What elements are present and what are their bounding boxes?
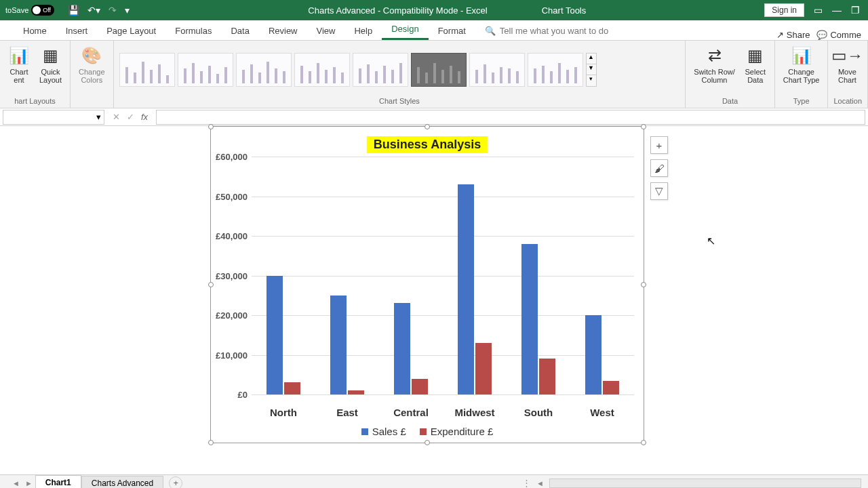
undo-icon[interactable]: ↶▾ xyxy=(87,5,100,16)
bar-group[interactable] xyxy=(507,157,570,394)
plot-area[interactable]: £0£10,000£20,000£30,000£40,000£50,000£60… xyxy=(252,157,634,395)
add-chart-element-button[interactable]: 📊 Chart ent xyxy=(5,43,33,85)
restore-icon[interactable]: ❐ xyxy=(851,5,860,16)
signin-button[interactable]: Sign in xyxy=(764,3,804,17)
bar-sales[interactable] xyxy=(521,244,538,394)
tab-data[interactable]: Data xyxy=(221,22,258,40)
fx-icon[interactable]: fx xyxy=(141,112,148,122)
resize-handle[interactable] xyxy=(425,124,430,129)
scroll-down-icon[interactable]: ▼ xyxy=(587,64,596,75)
style-scroll[interactable]: ▲ ▼ ▾ xyxy=(586,53,597,87)
bar-expenditure[interactable] xyxy=(412,379,428,394)
chart-style-gallery[interactable]: ▲ ▼ ▾ xyxy=(119,53,597,87)
resize-handle[interactable] xyxy=(208,124,214,129)
chart-object[interactable]: + 🖌 ▽ Business Analysis £0£10,000£20,000… xyxy=(210,126,644,443)
bar-expenditure[interactable] xyxy=(284,382,300,394)
bar-expenditure[interactable] xyxy=(539,359,555,394)
chart-style-2[interactable] xyxy=(178,53,233,87)
resize-handle[interactable] xyxy=(641,282,646,287)
chart-styles-button[interactable]: 🖌 xyxy=(650,159,668,177)
resize-handle[interactable] xyxy=(641,440,646,445)
add-sheet-button[interactable]: + xyxy=(169,476,182,489)
chart-title[interactable]: Business Analysis xyxy=(367,136,488,153)
chart-filters-button[interactable]: ▽ xyxy=(650,182,668,200)
bar-sales[interactable] xyxy=(330,296,347,394)
tab-home[interactable]: Home xyxy=(14,22,56,40)
bar-sales[interactable] xyxy=(585,315,601,394)
x-tick-label: East xyxy=(315,407,379,418)
scroll-more-icon[interactable]: ▾ xyxy=(587,75,596,86)
bar-expenditure[interactable] xyxy=(603,381,619,394)
hscroll-track[interactable] xyxy=(549,479,861,488)
tab-format[interactable]: Format xyxy=(429,22,475,40)
resize-handle[interactable] xyxy=(208,440,214,445)
ribbon-display-icon[interactable]: ▭ xyxy=(814,5,823,16)
document-title: Charts Advanced - Compatibility Mode - E… xyxy=(308,5,487,16)
tab-view[interactable]: View xyxy=(307,22,345,40)
chart-layouts-label: hart Layouts xyxy=(5,96,64,105)
share-button[interactable]: ↗Share xyxy=(776,30,810,40)
chart-style-5[interactable] xyxy=(353,53,408,87)
y-tick-label: £10,000 xyxy=(216,350,248,360)
tab-help[interactable]: Help xyxy=(344,22,382,40)
legend-expenditure[interactable]: Expenditure £ xyxy=(420,426,494,437)
resize-handle[interactable] xyxy=(641,124,646,129)
tab-formulas[interactable]: Formulas xyxy=(165,22,221,40)
move-chart-button[interactable]: ▭→ Move Chart xyxy=(833,43,861,85)
sheet-tab-chart1[interactable]: Chart1 xyxy=(35,475,81,488)
save-icon[interactable]: 💾 xyxy=(68,5,79,16)
select-data-button[interactable]: ▦ Select Data xyxy=(742,43,769,85)
x-tick-label: North xyxy=(252,407,315,418)
worksheet-area[interactable]: + 🖌 ▽ Business Analysis £0£10,000£20,000… xyxy=(0,126,868,474)
hscroll-handle-icon[interactable]: ⋮ xyxy=(522,478,531,488)
resize-handle[interactable] xyxy=(425,440,430,445)
enter-icon[interactable]: ✓ xyxy=(127,112,134,122)
group-location: ▭→ Move Chart Location xyxy=(828,41,868,108)
change-type-icon: 📊 xyxy=(791,45,812,66)
sheet-nav-next-icon[interactable]: ► xyxy=(22,479,35,487)
chart-legend[interactable]: Sales £ Expenditure £ xyxy=(211,426,644,437)
quick-layout-button[interactable]: ▦ Quick Layout xyxy=(37,43,64,85)
qat-dropdown-icon[interactable]: ▾ xyxy=(125,5,130,16)
chart-style-4[interactable] xyxy=(294,53,350,87)
hscroll-left-icon[interactable]: ◄ xyxy=(534,479,547,487)
sheet-tab-charts-advanced[interactable]: Charts Advanced xyxy=(81,476,163,488)
autosave-toggle[interactable]: toSave Off xyxy=(0,5,60,16)
bar-sales[interactable] xyxy=(458,184,474,394)
chart-style-3[interactable] xyxy=(236,53,292,87)
chart-style-1[interactable] xyxy=(119,53,175,87)
bar-expenditure[interactable] xyxy=(348,390,364,394)
resize-handle[interactable] xyxy=(208,282,214,287)
change-chart-type-button[interactable]: 📊 Change Chart Type xyxy=(781,43,823,85)
bar-sales[interactable] xyxy=(267,276,283,395)
toggle-switch[interactable]: Off xyxy=(31,5,54,16)
comments-button[interactable]: 💬Comme xyxy=(816,30,861,40)
change-colors-button[interactable]: 🎨 Change Colors xyxy=(76,43,108,85)
tell-me-search[interactable]: 🔍 Tell me what you want to do xyxy=(475,22,618,40)
cancel-icon[interactable]: ✕ xyxy=(113,112,120,122)
redo-icon[interactable]: ↷ xyxy=(108,5,117,16)
scroll-up-icon[interactable]: ▲ xyxy=(587,54,596,64)
tab-design[interactable]: Design xyxy=(382,20,428,40)
chart-style-8[interactable] xyxy=(528,53,583,87)
bar-expenditure[interactable] xyxy=(475,343,492,394)
sheet-nav-prev-icon[interactable]: ◄ xyxy=(9,479,22,487)
chart-elements-button[interactable]: + xyxy=(650,136,668,154)
name-box-dropdown-icon[interactable]: ▾ xyxy=(96,112,101,122)
bar-group[interactable] xyxy=(315,157,379,394)
name-box[interactable]: ▾ xyxy=(3,110,104,125)
formula-input[interactable] xyxy=(156,110,865,125)
bar-group[interactable] xyxy=(570,157,634,394)
legend-sales[interactable]: Sales £ xyxy=(361,426,406,437)
switch-row-column-button[interactable]: ⇄ Switch Row/ Column xyxy=(691,43,738,85)
bar-group[interactable] xyxy=(443,157,507,394)
chart-style-7[interactable] xyxy=(469,53,525,87)
tab-page-layout[interactable]: Page Layout xyxy=(97,22,165,40)
bar-group[interactable] xyxy=(379,157,443,394)
minimize-icon[interactable]: — xyxy=(832,5,842,16)
chart-style-6[interactable] xyxy=(411,53,467,87)
tab-insert[interactable]: Insert xyxy=(56,22,98,40)
bar-group[interactable] xyxy=(252,157,315,394)
tab-review[interactable]: Review xyxy=(259,22,307,40)
bar-sales[interactable] xyxy=(394,303,410,394)
